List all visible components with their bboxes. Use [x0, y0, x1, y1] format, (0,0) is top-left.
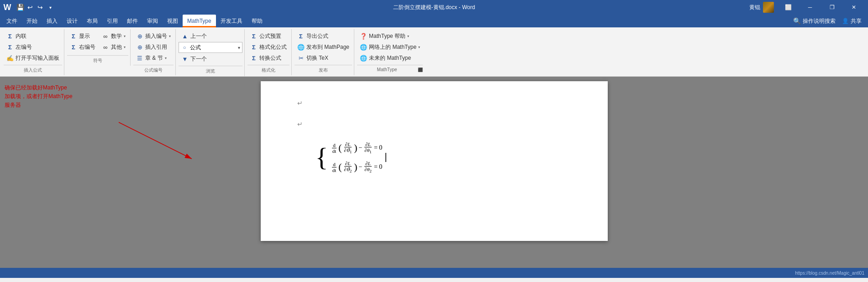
prev-button[interactable]: ▲ 上一个: [179, 31, 242, 41]
publish-label-row: 发布: [295, 65, 352, 74]
menu-developer[interactable]: 开发工具: [216, 15, 247, 27]
future-mathtype-button[interactable]: 🌐 未来的 MathType: [357, 53, 423, 63]
eq2-minus: −: [359, 163, 363, 171]
right-number-icon: Σ: [70, 43, 77, 51]
formula-dropdown[interactable]: ○ 公式 ▾: [179, 42, 242, 53]
symbols-label-row: 符号: [67, 55, 128, 65]
menu-bar: 文件 开始 插入 设计 布局 引用 邮件 审阅 视图 MathType 开发工具…: [0, 15, 868, 27]
online-mathtype-button[interactable]: 🌐 网络上的 MathType ▾: [357, 42, 423, 52]
menu-review[interactable]: 审阅: [142, 15, 163, 27]
display-icon: Σ: [70, 32, 77, 40]
inline-icon: Σ: [6, 32, 14, 40]
restore-button[interactable]: ❐: [821, 0, 842, 15]
prev-icon: ▲: [181, 32, 189, 40]
menu-layout[interactable]: 布局: [82, 15, 102, 27]
other-button[interactable]: ∞ 其他 ▾: [99, 42, 128, 52]
undo-icon[interactable]: ↩: [26, 4, 34, 11]
menu-home[interactable]: 开始: [22, 15, 42, 27]
title-bar: W 💾 ↩ ↪ ▾ 二阶倒立摆建模-黄锟.docx - Word 黄锟 ⬜ ─ …: [0, 0, 868, 15]
browse-label-row: 浏览: [179, 66, 242, 75]
user-area[interactable]: 黄锟: [749, 2, 774, 13]
format-label-row: 格式化: [247, 65, 289, 74]
ribbon-group-publish-content: Σ 导出公式 🌐 发布到 MathPage ✂ 切换 TeX: [295, 30, 352, 64]
browse-group-label: 浏览: [179, 67, 242, 75]
eq1-open-paren: (: [338, 142, 342, 154]
preset-button[interactable]: Σ 公式预置: [247, 31, 289, 41]
ribbon-group-browse-content: ▲ 上一个 ○ 公式 ▾ ▼ 下一个: [179, 30, 242, 65]
mathpage-label: 发布到 MathPage: [306, 43, 349, 51]
equation-lines: d dt ( ∂L ∂θ̇1 ) − ∂L ∂θ1: [331, 141, 383, 173]
future-mathtype-icon: 🌐: [360, 54, 367, 62]
formula-dropdown-arrow-icon: ▾: [238, 45, 240, 50]
math-label: 数学: [111, 32, 122, 40]
title-bar-right: 黄锟 ⬜ ─ ❐ ✕: [749, 0, 864, 15]
format-formula-icon: Σ: [250, 43, 258, 51]
eq2-frac1: ∂L ∂θ̇2: [343, 161, 353, 173]
left-number-icon: Σ: [6, 43, 14, 51]
word-logo-icon: W: [4, 4, 11, 11]
menu-design[interactable]: 设计: [62, 15, 82, 27]
display-button[interactable]: Σ 显示: [67, 31, 98, 41]
mathpage-button[interactable]: 🌐 发布到 MathPage: [295, 42, 352, 52]
left-number-label: 左编号: [16, 43, 32, 51]
other-icon: ∞: [102, 43, 109, 51]
format-formula-button[interactable]: Σ 格式化公式: [247, 42, 289, 52]
left-brace: {: [316, 142, 328, 172]
formula-dropdown-formula-icon: ○: [181, 44, 188, 51]
close-button[interactable]: ✕: [843, 0, 864, 15]
menu-insert[interactable]: 插入: [42, 15, 62, 27]
customize-icon[interactable]: ▾: [47, 4, 54, 11]
insert-number-dropdown-icon: ▾: [169, 34, 171, 38]
chapter-section-button[interactable]: ☰ 章 & 节 ▾: [133, 53, 174, 63]
switch-tex-button[interactable]: ✂ 切换 TeX: [295, 53, 352, 63]
ribbon-group-equation-number: ⊕ 插入编号 ▾ ⊕ 插入引用 ☰ 章 & 节 ▾ 公式编号: [132, 29, 176, 75]
ribbon-group-mathtype: ❓ MathType 帮助 ▾ 🌐 网络上的 MathType ▾ 🌐 未来的 …: [355, 29, 425, 74]
math-dropdown-icon: ▾: [124, 34, 126, 38]
ribbon-display-button[interactable]: ⬜: [778, 0, 799, 15]
inline-button[interactable]: Σ 内联: [4, 31, 62, 41]
menu-mathtype[interactable]: MathType: [183, 15, 216, 27]
search-icon[interactable]: 🔍: [793, 17, 801, 25]
menu-help[interactable]: 帮助: [247, 15, 267, 27]
menu-right: 🔍 操作说明搜索 👤 共享: [793, 16, 866, 26]
other-dropdown-icon: ▾: [124, 45, 126, 49]
symbols-group-label: 符号: [67, 57, 128, 65]
mathtype-group-label: MathType: [357, 66, 417, 73]
math-button[interactable]: ∞ 数学 ▾: [99, 31, 128, 41]
convert-button[interactable]: Σ 转换公式: [247, 53, 289, 63]
menu-references[interactable]: 引用: [102, 15, 122, 27]
document-scroll[interactable]: ↵ ↵ { d dt ( ∂L ∂θ̇1: [0, 77, 868, 268]
share-button[interactable]: 👤 共享: [837, 16, 866, 26]
chapter-section-label: 章 & 节: [145, 54, 163, 62]
redo-icon[interactable]: ↪: [37, 4, 44, 11]
export-button[interactable]: Σ 导出公式: [295, 31, 352, 41]
minimize-button[interactable]: ─: [800, 0, 821, 15]
menu-mail[interactable]: 邮件: [122, 15, 142, 27]
ribbon-group-format: Σ 公式预置 Σ 格式化公式 Σ 转换公式 格式化: [246, 29, 292, 75]
online-mathtype-label: 网络上的 MathType: [369, 43, 416, 51]
insert-number-button[interactable]: ⊕ 插入编号 ▾: [133, 31, 174, 41]
handwriting-icon: ✍: [6, 54, 14, 62]
left-number-button[interactable]: Σ 左编号: [4, 42, 62, 52]
help-icon: ❓: [360, 32, 367, 40]
handwriting-button[interactable]: ✍ 打开手写输入面板: [4, 53, 62, 63]
insert-ref-button[interactable]: ⊕ 插入引用: [133, 42, 174, 52]
document-page: ↵ ↵ { d dt ( ∂L ∂θ̇1: [261, 81, 608, 241]
mathtype-expand-icon[interactable]: ⬛: [418, 68, 423, 72]
mathtype-help-button[interactable]: ❓ MathType 帮助 ▾: [357, 31, 423, 41]
insert-formula-col: Σ 内联 Σ 左编号 ✍ 打开手写输入面板: [4, 31, 62, 63]
status-bar: https://blog.csdn.net/Magic_antl01: [0, 268, 868, 278]
next-button[interactable]: ▼ 下一个: [179, 54, 242, 64]
ribbon: Σ 内联 Σ 左编号 ✍ 打开手写输入面板 插入公式 Σ: [0, 27, 868, 77]
menu-file[interactable]: 文件: [2, 15, 22, 27]
ribbon-group-publish: Σ 导出公式 🌐 发布到 MathPage ✂ 切换 TeX 发布: [293, 29, 354, 75]
equation-block: { d dt ( ∂L ∂θ̇1 ) −: [316, 141, 571, 173]
insert-ref-icon: ⊕: [136, 43, 143, 51]
title-bar-left: W 💾 ↩ ↪ ▾: [4, 4, 54, 11]
right-number-button[interactable]: Σ 右编号: [67, 42, 98, 52]
save-icon[interactable]: 💾: [16, 4, 24, 11]
menu-view[interactable]: 视图: [163, 15, 183, 27]
preset-icon: Σ: [250, 32, 258, 40]
insert-ref-label: 插入引用: [145, 43, 167, 51]
search-label[interactable]: 操作说明搜索: [803, 17, 836, 25]
